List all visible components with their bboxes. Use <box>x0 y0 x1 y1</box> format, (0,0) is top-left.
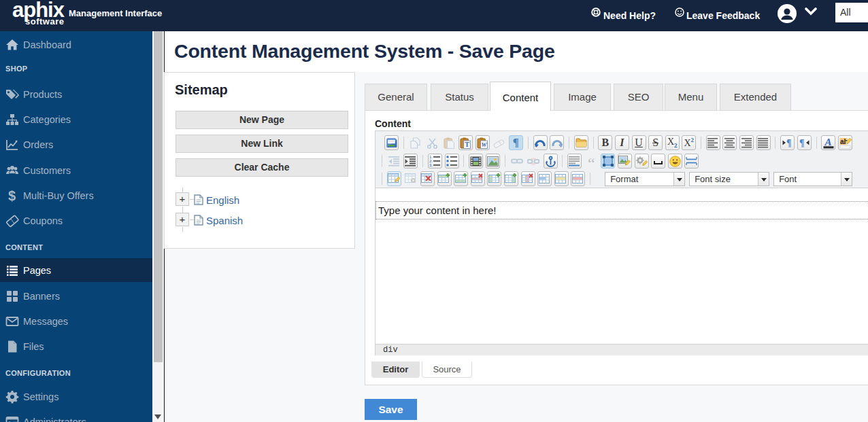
svg-text:3.: 3. <box>429 163 433 166</box>
svg-text:T: T <box>465 141 469 148</box>
svg-text:A: A <box>824 137 832 147</box>
svg-text:W: W <box>481 141 487 147</box>
svg-text:¶: ¶ <box>799 138 805 148</box>
svg-text:¶: ¶ <box>786 138 792 148</box>
